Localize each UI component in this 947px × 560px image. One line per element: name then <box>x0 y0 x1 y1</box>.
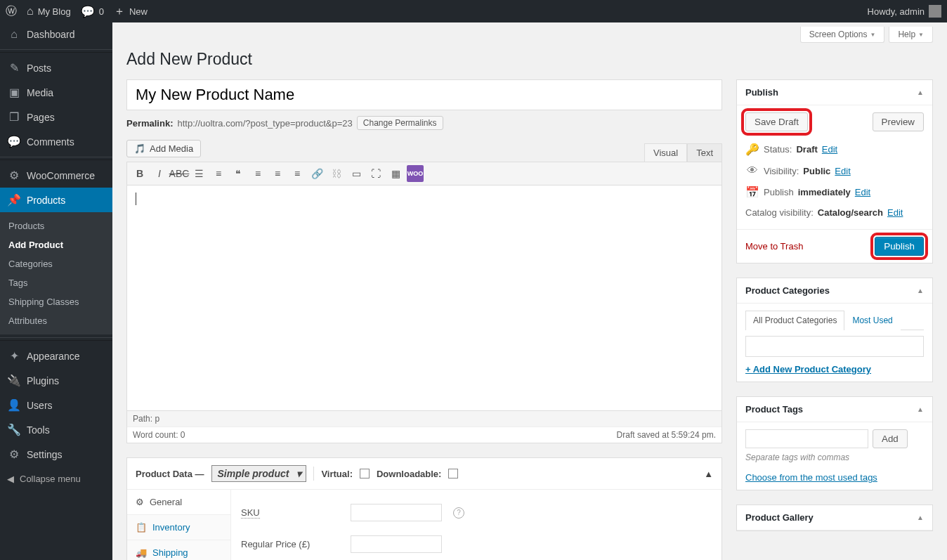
publish-box: Publish▲ Save Draft Preview 🔑Status: Dra… <box>736 79 933 263</box>
edit-visibility-link[interactable]: Edit <box>835 166 850 176</box>
woo-shortcode-button[interactable]: WOO <box>407 165 424 182</box>
submenu-categories[interactable]: Categories <box>0 254 112 273</box>
edit-publish-link[interactable]: Edit <box>855 187 870 197</box>
menu-posts[interactable]: ✎Posts <box>0 56 112 80</box>
add-tag-button[interactable]: Add <box>873 429 908 448</box>
add-category-link[interactable]: + Add New Product Category <box>745 364 871 375</box>
collapse-menu[interactable]: ◀Collapse menu <box>0 467 112 491</box>
gallery-title: Product Gallery <box>745 512 814 523</box>
align-center-button[interactable]: ≡ <box>269 165 286 182</box>
help-icon[interactable]: ? <box>453 507 464 519</box>
menu-appearance[interactable]: ✦Appearance <box>0 344 112 368</box>
virtual-checkbox[interactable] <box>360 469 370 478</box>
unlink-button[interactable]: ⛓ <box>328 165 345 182</box>
calendar-icon: 📅 <box>745 185 759 199</box>
tags-title: Product Tags <box>745 404 803 415</box>
product-title-input[interactable] <box>126 79 722 110</box>
regular-price-input[interactable] <box>351 535 442 553</box>
toggle-icon[interactable]: ▲ <box>917 514 924 521</box>
sku-input[interactable] <box>351 504 442 521</box>
comments-link[interactable]: 💬0 <box>81 5 104 18</box>
preview-button[interactable]: Preview <box>873 112 924 131</box>
menu-settings[interactable]: ⚙Settings <box>0 442 112 467</box>
toggle-icon[interactable]: ▲ <box>917 89 924 96</box>
italic-button[interactable]: I <box>151 165 168 182</box>
tab-inventory[interactable]: 📋Inventory <box>127 515 230 540</box>
save-draft-button[interactable]: Save Draft <box>745 112 808 131</box>
submenu-attributes[interactable]: Attributes <box>0 311 112 330</box>
visual-tab[interactable]: Visual <box>644 143 687 162</box>
link-button[interactable]: 🔗 <box>308 165 325 182</box>
number-list-button[interactable]: ≡ <box>210 165 227 182</box>
menu-woocommerce[interactable]: ⚙WooCommerce <box>0 163 112 188</box>
virtual-label: Virtual: <box>321 469 353 479</box>
quote-button[interactable]: ❝ <box>230 165 247 182</box>
submenu-tags[interactable]: Tags <box>0 273 112 292</box>
permalink-row: Permalink: http://uoltra.com/?post_type=… <box>126 116 722 130</box>
status-value: Draft <box>796 144 817 155</box>
site-name-label: My Blog <box>38 6 71 17</box>
editor-toolbar: B I ABC ☰ ≡ ❝ ≡ ≡ ≡ 🔗 ⛓ ▭ ⛶ ▦ WOO <box>127 162 721 185</box>
product-type-select[interactable]: Simple product <box>211 465 307 482</box>
howdy-label: Howdy, admin <box>868 6 925 17</box>
align-left-button[interactable]: ≡ <box>249 165 266 182</box>
editor-textarea[interactable] <box>127 185 721 410</box>
submenu-add-product[interactable]: Add Product <box>0 235 112 254</box>
product-data-tabs: ⚙General 📋Inventory 🚚Shipping 🔗Linked Pr… <box>127 490 231 560</box>
sku-label: SKU <box>241 507 339 518</box>
submenu-products[interactable]: Products <box>0 216 112 235</box>
eye-icon: 👁 <box>745 164 759 177</box>
new-link[interactable]: ＋New <box>114 4 148 19</box>
products-submenu: ProductsAdd ProductCategoriesTagsShippin… <box>0 212 112 334</box>
menu-products[interactable]: 📌Products <box>0 188 112 212</box>
menu-pages[interactable]: ❐Pages <box>0 105 112 129</box>
admin-bar: ⓦ ⌂My Blog 💬0 ＋New Howdy, admin <box>0 0 947 22</box>
text-tab[interactable]: Text <box>687 143 722 162</box>
publish-button[interactable]: Publish <box>875 237 924 256</box>
tab-shipping[interactable]: 🚚Shipping <box>127 540 230 560</box>
tab-most-used[interactable]: Most Used <box>844 311 900 330</box>
toggle-icon[interactable]: ▲ <box>704 469 713 479</box>
menu-dashboard[interactable]: ⌂Dashboard <box>0 22 112 46</box>
menu-tools[interactable]: 🔧Tools <box>0 417 112 442</box>
collapse-label: Collapse menu <box>20 474 81 484</box>
edit-catalog-link[interactable]: Edit <box>887 207 903 218</box>
change-permalinks-button[interactable]: Change Permalinks <box>357 116 443 130</box>
toggle-icon[interactable]: ▲ <box>917 287 924 294</box>
categories-title: Product Categories <box>745 285 830 296</box>
add-media-button[interactable]: 🎵Add Media <box>126 140 201 157</box>
bullet-list-button[interactable]: ☰ <box>190 165 207 182</box>
menu-comments[interactable]: 💬Comments <box>0 129 112 154</box>
avatar <box>929 5 941 18</box>
account-link[interactable]: Howdy, admin <box>868 5 941 18</box>
tag-input[interactable] <box>745 429 868 448</box>
strike-button[interactable]: ABC <box>171 165 188 182</box>
menu-media[interactable]: ▣Media <box>0 80 112 105</box>
submenu-shipping-classes[interactable]: Shipping Classes <box>0 292 112 311</box>
tab-all-categories[interactable]: All Product Categories <box>745 311 844 330</box>
edit-status-link[interactable]: Edit <box>822 144 837 155</box>
site-link[interactable]: ⌂My Blog <box>27 5 71 18</box>
menu-users[interactable]: 👤Users <box>0 393 112 417</box>
fullscreen-button[interactable]: ⛶ <box>367 165 384 182</box>
downloadable-checkbox[interactable] <box>448 469 458 478</box>
menu-plugins[interactable]: 🔌Plugins <box>0 368 112 393</box>
product-data-box: Product Data — Simple product Virtual: D… <box>126 457 722 560</box>
editor-path: Path: p <box>127 410 721 426</box>
more-button[interactable]: ▭ <box>348 165 365 182</box>
gallery-box: Product Gallery▲ <box>736 504 933 531</box>
category-list[interactable] <box>745 336 924 357</box>
new-label: New <box>129 6 148 17</box>
catalog-value: Catalog/search <box>818 207 883 218</box>
toggle-icon[interactable]: ▲ <box>917 405 924 413</box>
tab-general[interactable]: ⚙General <box>127 490 230 515</box>
choose-tags-link[interactable]: Choose from the most used tags <box>745 472 877 483</box>
wp-logo[interactable]: ⓦ <box>6 4 17 19</box>
toolbar-toggle-button[interactable]: ▦ <box>387 165 404 182</box>
align-right-button[interactable]: ≡ <box>289 165 306 182</box>
screen-options-tab[interactable]: Screen Options ▼ <box>800 27 885 43</box>
move-to-trash-link[interactable]: Move to Trash <box>745 241 803 252</box>
key-icon: 🔑 <box>745 143 759 156</box>
bold-button[interactable]: B <box>131 165 148 182</box>
help-tab[interactable]: Help ▼ <box>889 27 933 43</box>
